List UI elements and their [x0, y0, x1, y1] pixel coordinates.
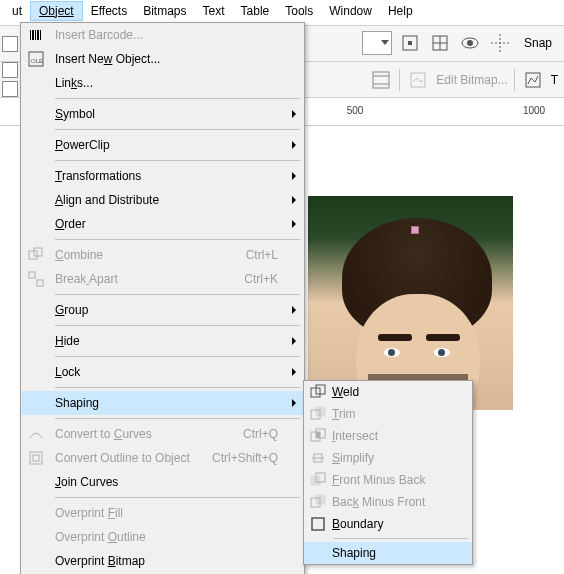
object-menu-item[interactable]: Lock	[21, 360, 304, 384]
svg-text:OLE: OLE	[31, 58, 43, 64]
menu-text[interactable]: Text	[195, 2, 233, 20]
menubar: ut Object Effects Bitmaps Text Table Too…	[0, 1, 564, 20]
ole-icon: OLE	[21, 51, 51, 67]
menu-separator	[55, 356, 300, 357]
menu-item-label: Transformations	[51, 169, 304, 183]
object-menu-item[interactable]: Shaping	[21, 391, 304, 415]
shaping-menu-item: Trim	[304, 403, 472, 425]
eye-icon[interactable]	[458, 31, 482, 55]
svg-rect-30	[316, 407, 325, 416]
object-menu-item[interactable]: Order	[21, 212, 304, 236]
menu-item-label: Simplify	[332, 451, 472, 465]
fmb-icon	[304, 472, 332, 488]
object-menu-item[interactable]: Links...	[21, 71, 304, 95]
object-menu-item[interactable]: OLEInsert New Object...	[21, 47, 304, 71]
submenu-arrow-icon	[292, 220, 296, 228]
submenu-arrow-icon	[292, 306, 296, 314]
trace-icon[interactable]	[521, 68, 545, 92]
object-menu-item[interactable]: Join Curves	[21, 470, 304, 494]
menu-item-label: Symbol	[51, 107, 304, 121]
menu-separator	[55, 129, 300, 130]
svg-rect-26	[33, 455, 39, 461]
menu-separator	[55, 387, 300, 388]
svg-rect-24	[37, 280, 43, 286]
menu-table[interactable]: Table	[233, 2, 278, 20]
menu-shortcut: Ctrl+Q	[243, 427, 304, 441]
menu-help[interactable]: Help	[380, 2, 421, 20]
svg-rect-25	[30, 452, 42, 464]
shaping-submenu: WeldTrimIntersectSimplifyFront Minus Bac…	[303, 380, 473, 565]
menu-item-label: Convert Outline to Object	[51, 451, 212, 465]
outline-icon	[21, 450, 51, 466]
menu-shortcut: Ctrl+L	[246, 248, 304, 262]
menu-item-label: Back Minus Front	[332, 495, 472, 509]
menu-shortcut: Ctrl+Shift+Q	[212, 451, 304, 465]
submenu-arrow-icon	[292, 110, 296, 118]
svg-rect-33	[316, 432, 320, 438]
menu-effects[interactable]: Effects	[83, 2, 135, 20]
toolbar-right-1: Snap	[362, 25, 564, 60]
submenu-arrow-icon	[292, 368, 296, 376]
menu-item-label: Convert to Curves	[51, 427, 243, 441]
object-menu-item: Break ApartCtrl+K	[21, 267, 304, 291]
bmf-icon	[304, 494, 332, 510]
menu-separator	[55, 160, 300, 161]
curves-icon	[21, 426, 51, 442]
toolbar-icon[interactable]	[2, 81, 18, 97]
menu-item-label: Join Curves	[51, 475, 304, 489]
weld-icon	[304, 384, 332, 400]
combine-icon	[21, 247, 51, 263]
object-menu-item[interactable]: Transformations	[21, 164, 304, 188]
snap-grid-icon[interactable]	[428, 31, 452, 55]
object-menu-item[interactable]: Hide	[21, 329, 304, 353]
snap-to-icon[interactable]	[398, 31, 422, 55]
ruler-tick-1000: 1000	[523, 105, 545, 116]
object-menu-item[interactable]: Symbol	[21, 102, 304, 126]
menu-item-label: Break Apart	[51, 272, 244, 286]
object-menu-item[interactable]: PowerClip	[21, 133, 304, 157]
edit-bitmap-label: Edit Bitmap...	[436, 73, 507, 87]
menu-window[interactable]: Window	[321, 2, 380, 20]
snap-label[interactable]: Snap	[518, 36, 558, 50]
svg-rect-21	[29, 251, 37, 259]
menu-item-label: Intersect	[332, 429, 472, 443]
trim-icon	[304, 406, 332, 422]
menu-bitmaps[interactable]: Bitmaps	[135, 2, 194, 20]
svg-rect-16	[35, 30, 36, 40]
toolbar-icon[interactable]	[2, 62, 18, 78]
shaping-menu-item[interactable]: Shaping	[304, 542, 472, 564]
menu-item-label: Boundary	[332, 517, 472, 531]
units-combo[interactable]	[362, 31, 392, 55]
menu-item-label: Shaping	[51, 396, 304, 410]
menu-item-label: Trim	[332, 407, 472, 421]
menu-layout-truncated[interactable]: ut	[4, 2, 30, 20]
object-menu-item[interactable]: Overprint Bitmap	[21, 549, 304, 573]
shaping-menu-item[interactable]: Boundary	[304, 513, 472, 535]
break-icon	[21, 271, 51, 287]
menu-item-label: Links...	[51, 76, 304, 90]
menu-separator	[55, 239, 300, 240]
svg-rect-23	[29, 272, 35, 278]
shaping-menu-item[interactable]: Weld	[304, 381, 472, 403]
object-menu-item: CombineCtrl+L	[21, 243, 304, 267]
crosshair-icon[interactable]	[488, 31, 512, 55]
object-menu-item[interactable]: Group	[21, 298, 304, 322]
menu-item-label: Group	[51, 303, 304, 317]
menu-object[interactable]: Object	[30, 1, 83, 21]
submenu-arrow-icon	[292, 141, 296, 149]
submenu-arrow-icon	[292, 337, 296, 345]
selection-handle[interactable]	[411, 226, 419, 234]
object-menu: Insert Barcode...OLEInsert New Object...…	[20, 22, 305, 574]
intersect-icon	[304, 428, 332, 444]
submenu-arrow-icon	[292, 172, 296, 180]
menu-separator	[55, 294, 300, 295]
object-menu-item[interactable]: Align and Distribute	[21, 188, 304, 212]
menu-tools[interactable]: Tools	[277, 2, 321, 20]
object-menu-item: Convert Outline to ObjectCtrl+Shift+Q	[21, 446, 304, 470]
frame-icon[interactable]	[369, 68, 393, 92]
menu-item-label: Align and Distribute	[51, 193, 304, 207]
menu-item-label: Shaping	[332, 546, 472, 560]
trace-label[interactable]: T	[551, 73, 558, 87]
menu-item-label: Weld	[332, 385, 472, 399]
toolbar-icon[interactable]	[2, 36, 18, 52]
